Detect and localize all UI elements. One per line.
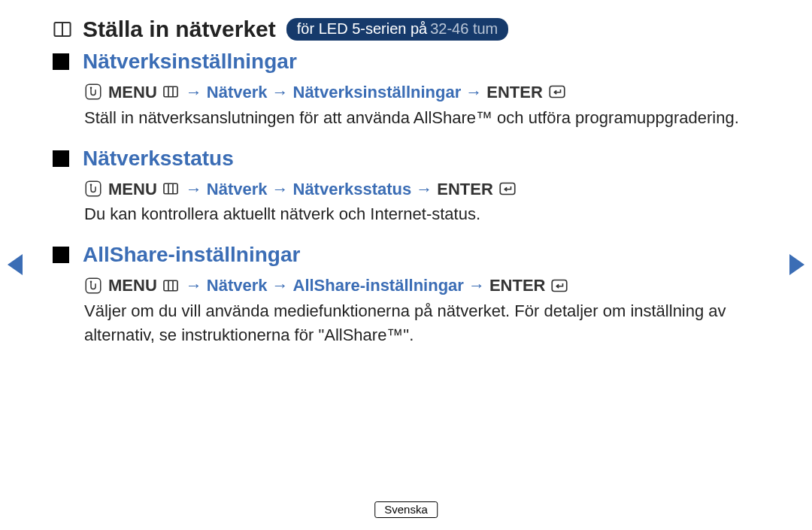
svg-point-9 [90,184,92,186]
path-step: AllShare-inställningar [293,274,464,298]
svg-point-15 [90,280,92,283]
hand-press-icon [84,180,104,199]
arrow-icon: → [272,178,289,201]
menu-label: MENU [108,274,157,298]
path-step: Nätverk [207,81,268,104]
model-pill-range: 32-46 tum [430,20,498,38]
section-title: AllShare-inställningar [83,243,300,267]
hand-press-icon [84,277,104,296]
section-body: MENU → Nätverk → Nätverksinställningar →… [84,81,759,130]
path-step: Nätverksinställningar [293,81,462,104]
svg-rect-14 [86,278,101,293]
arrow-icon: → [272,81,289,104]
arrow-icon: → [186,81,202,104]
path-step: Nätverk [207,178,268,201]
section-network-status: Nätverksstatus MENU [53,147,759,227]
menu-path: MENU → Nätverk → AllShare-inställningar … [84,274,759,298]
path-step: Nätverksstatus [293,178,412,201]
menu-path: MENU → Nätverk → Nätverksinställningar →… [84,81,759,104]
section-description: Väljer om du vill använda mediefunktione… [84,299,759,347]
svg-rect-4 [164,87,177,98]
bullet-square-icon [53,247,69,263]
arrow-icon: → [186,178,202,201]
arrow-icon: → [416,178,432,201]
svg-rect-2 [86,85,101,100]
arrow-icon: → [272,274,289,298]
section-title: Nätverksstatus [83,147,234,171]
hand-press-icon [84,83,104,102]
menu-grid-icon [162,277,181,296]
section-title: Nätverksinställningar [83,50,297,74]
enter-icon [498,180,517,199]
prev-page-arrow[interactable] [8,254,23,275]
enter-icon [550,277,569,296]
svg-point-3 [90,87,92,89]
section-body: MENU → Nätverk → Nätverksstatus → ENTER [84,178,759,227]
model-pill-text: för LED 5-serien på [297,20,427,38]
next-page-arrow[interactable] [789,254,804,275]
menu-label: MENU [108,81,157,104]
section-header: Nätverksstatus [53,147,759,171]
section-network-settings: Nätverksinställningar MENU [53,50,759,130]
bullet-square-icon [53,53,69,70]
enter-label: ENTER [437,178,493,201]
menu-label: MENU [108,178,157,201]
path-step: Nätverk [207,274,268,298]
section-header: Nätverksinställningar [53,50,759,74]
model-pill: för LED 5-serien på 32-46 tum [286,18,508,41]
arrow-icon: → [186,274,202,298]
svg-rect-8 [86,181,101,196]
manual-page: Ställa in nätverket för LED 5-serien på … [0,0,812,530]
section-description: Ställ in nätverksanslutningen för att an… [84,106,759,130]
arrow-icon: → [468,274,485,298]
section-header: AllShare-inställningar [53,243,759,267]
section-body: MENU → Nätverk → AllShare-inställningar … [84,274,759,347]
menu-path: MENU → Nätverk → Nätverksstatus → ENTER [84,178,759,201]
page-title-row: Ställa in nätverket för LED 5-serien på … [53,17,759,42]
book-icon [53,20,72,39]
section-allshare-settings: AllShare-inställningar MENU [53,243,759,347]
section-description: Du kan kontrollera aktuellt nätverk och … [84,202,759,226]
svg-rect-16 [164,280,177,291]
menu-grid-icon [162,180,181,199]
enter-icon [547,83,567,102]
enter-label: ENTER [486,81,543,104]
menu-grid-icon [162,83,181,102]
arrow-icon: → [465,81,482,104]
page-title: Ställa in nätverket [83,17,276,42]
svg-rect-10 [164,183,177,194]
enter-label: ENTER [489,274,546,298]
bullet-square-icon [53,150,69,167]
language-indicator: Svenska [374,501,438,518]
